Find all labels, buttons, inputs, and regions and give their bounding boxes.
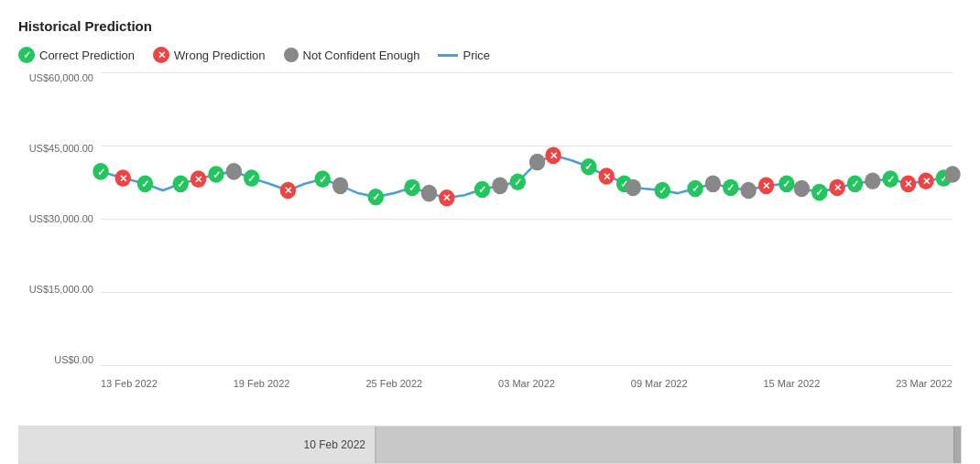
marker-notconf xyxy=(740,182,756,200)
svg-text:✓: ✓ xyxy=(212,168,221,179)
scrollbar-date-label: 10 Feb 2022 xyxy=(304,438,365,451)
x-label-23mar: 23 Mar 2022 xyxy=(896,378,953,389)
scrollbar-track[interactable] xyxy=(376,426,953,463)
svg-text:✕: ✕ xyxy=(194,173,202,184)
svg-text:✓: ✓ xyxy=(478,184,486,195)
svg-text:✓: ✓ xyxy=(141,178,149,189)
svg-text:✓: ✓ xyxy=(815,187,823,198)
y-label-45k: US$45,000.00 xyxy=(18,143,101,154)
chart-svg: ✓ ✓ ✓ ✓ ✓ ✓ ✓ ✓ ✓ ✓ xyxy=(101,72,953,365)
legend-price: Price xyxy=(438,49,490,62)
marker-notconf xyxy=(332,178,348,195)
marker-notconf xyxy=(529,154,545,171)
x-label-09mar: 09 Mar 2022 xyxy=(631,378,688,389)
marker-notconf xyxy=(421,185,437,202)
x-label-19feb: 19 Feb 2022 xyxy=(234,378,290,389)
chart-inner: ✓ ✓ ✓ ✓ ✓ ✓ ✓ ✓ ✓ ✓ xyxy=(101,72,953,365)
legend-wrong-label: Wrong Prediction xyxy=(174,49,265,62)
svg-text:✓: ✓ xyxy=(319,173,327,184)
legend-notconf: Not Confident Enough xyxy=(284,48,420,62)
x-label-25feb: 25 Feb 2022 xyxy=(365,378,422,389)
svg-text:✕: ✕ xyxy=(550,150,558,161)
y-axis: US$60,000.00 US$45,000.00 US$30,000.00 U… xyxy=(18,72,101,365)
legend: ✓ Correct Prediction ✕ Wrong Prediction … xyxy=(18,47,962,63)
marker-notconf xyxy=(944,166,960,183)
page-title: Historical Prediction xyxy=(18,18,962,34)
marker-notconf xyxy=(626,179,641,197)
svg-text:✓: ✓ xyxy=(408,182,417,193)
svg-text:✕: ✕ xyxy=(119,172,127,183)
x-label-15mar: 15 Mar 2022 xyxy=(763,378,820,389)
x-label-13feb: 13 Feb 2022 xyxy=(101,378,158,389)
legend-correct-label: Correct Prediction xyxy=(39,49,135,62)
not-confident-icon xyxy=(284,48,299,62)
legend-price-label: Price xyxy=(463,49,490,62)
marker-notconf xyxy=(794,180,810,198)
y-label-60k: US$60,000.00 xyxy=(18,72,101,83)
svg-text:✓: ✓ xyxy=(691,183,700,194)
main-container: Historical Prediction ✓ Correct Predicti… xyxy=(0,0,980,464)
x-label-03mar: 03 Mar 2022 xyxy=(498,378,555,389)
y-label-15k: US$15,000.00 xyxy=(18,284,101,295)
scrollbar-container[interactable]: 10 Feb 2022 xyxy=(18,426,962,464)
svg-text:✕: ✕ xyxy=(833,182,842,193)
svg-text:✓: ✓ xyxy=(659,185,667,196)
svg-text:✓: ✓ xyxy=(177,178,185,189)
price-line-icon xyxy=(438,54,458,57)
svg-text:✕: ✕ xyxy=(603,170,611,181)
svg-text:✓: ✓ xyxy=(887,173,895,184)
wrong-prediction-icon: ✕ xyxy=(153,47,169,63)
svg-text:✕: ✕ xyxy=(904,178,912,189)
y-label-30k: US$30,000.00 xyxy=(18,213,101,224)
scrollbar-left-handle[interactable]: 10 Feb 2022 xyxy=(19,426,376,463)
svg-text:✕: ✕ xyxy=(442,192,451,203)
svg-text:✕: ✕ xyxy=(762,180,770,191)
legend-correct: ✓ Correct Prediction xyxy=(18,47,135,63)
legend-wrong: ✕ Wrong Prediction xyxy=(153,47,265,63)
x-axis: 13 Feb 2022 19 Feb 2022 25 Feb 2022 03 M… xyxy=(101,365,953,402)
marker-notconf xyxy=(865,172,880,189)
chart-area: US$60,000.00 US$45,000.00 US$30,000.00 U… xyxy=(18,72,962,402)
y-label-0: US$0.00 xyxy=(18,354,101,365)
svg-text:✓: ✓ xyxy=(514,177,522,188)
marker-notconf xyxy=(226,163,242,180)
scrollbar-right-handle[interactable] xyxy=(953,426,961,463)
legend-notconf-label: Not Confident Enough xyxy=(303,49,420,62)
svg-text:✓: ✓ xyxy=(782,178,790,189)
svg-text:✓: ✓ xyxy=(726,182,735,193)
svg-text:✕: ✕ xyxy=(922,176,931,187)
svg-text:✓: ✓ xyxy=(97,166,105,177)
svg-text:✕: ✕ xyxy=(284,185,292,196)
svg-text:✓: ✓ xyxy=(372,191,380,202)
svg-text:✓: ✓ xyxy=(247,172,256,183)
marker-notconf xyxy=(705,176,721,193)
correct-prediction-icon: ✓ xyxy=(18,47,35,63)
svg-text:✓: ✓ xyxy=(851,178,859,189)
svg-text:✓: ✓ xyxy=(584,161,593,172)
marker-notconf xyxy=(492,178,507,195)
